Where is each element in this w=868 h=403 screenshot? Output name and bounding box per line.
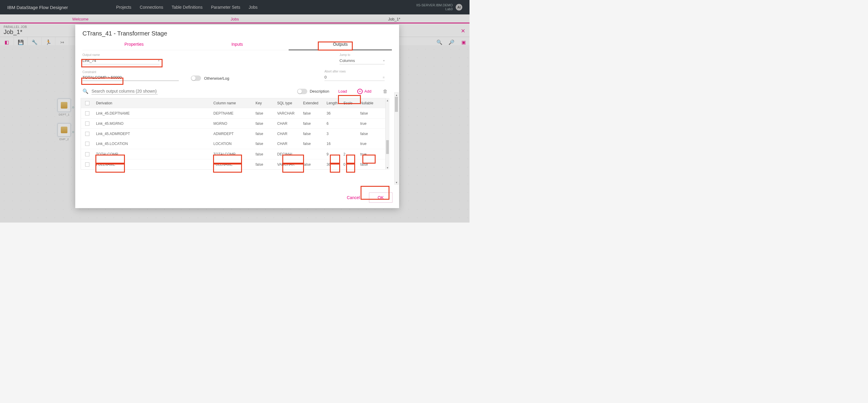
abort-label: Abort after rows <box>324 70 388 73</box>
cell-extended[interactable]: false <box>301 162 324 167</box>
dialog-scrollbar[interactable]: ▴ ▾ <box>394 92 399 184</box>
table-row[interactable]: Link_45.ADMRDEPTADMRDEPTfalseCHARfalse3f… <box>81 128 389 139</box>
col-header-length[interactable]: Length <box>324 101 341 105</box>
table-row[interactable]: FULLNAMEFULLNAMEfalseVARCHARfalse360fals… <box>81 159 389 169</box>
col-header-column[interactable]: Column name <box>211 101 253 105</box>
cell-length[interactable]: 9 <box>324 152 341 157</box>
cell-sql[interactable]: CHAR <box>275 122 301 126</box>
description-label: Description <box>310 89 329 94</box>
cancel-button[interactable]: Cancel <box>347 195 360 200</box>
cell-column[interactable]: LOCATION <box>211 142 253 146</box>
row-checkbox[interactable] <box>85 132 89 136</box>
table-row[interactable]: Link_45.MGRNOMGRNOfalseCHARfalse6true <box>81 118 389 128</box>
cell-length[interactable]: 6 <box>324 122 341 126</box>
cell-nullable[interactable]: true <box>358 152 375 157</box>
cell-sql[interactable]: CHAR <box>275 142 301 146</box>
output-name-select[interactable]: Link_74 ▾ <box>83 57 159 64</box>
col-header-key[interactable]: Key <box>253 101 275 105</box>
cell-derivation[interactable]: TOTALCOMP <box>94 152 211 157</box>
table-row[interactable]: TOTALCOMPTOTALCOMPfalseDECIMAL92true <box>81 149 389 159</box>
search-icon: 🔍 <box>83 89 89 94</box>
cell-extended[interactable]: false <box>301 122 324 126</box>
col-header-scale[interactable]: Scale <box>341 101 358 105</box>
output-name-label: Output name <box>83 53 161 57</box>
col-header-extended[interactable]: Extended <box>301 101 324 105</box>
row-checkbox[interactable] <box>85 142 89 146</box>
cell-column[interactable]: MGRNO <box>211 122 253 126</box>
row-checkbox[interactable] <box>85 111 89 115</box>
cell-key[interactable]: false <box>253 152 275 157</box>
transformer-stage-dialog: CTrans_41 - Transformer Stage Properties… <box>75 25 399 208</box>
cell-column[interactable]: FULLNAME <box>211 162 253 167</box>
row-checkbox[interactable] <box>85 152 89 157</box>
constraint-input[interactable]: TOTALCOMP > 50000 <box>83 74 179 81</box>
cell-scale[interactable]: 0 <box>341 162 358 167</box>
cell-key[interactable]: false <box>253 122 275 126</box>
cell-nullable[interactable]: true <box>358 142 375 146</box>
table-row[interactable]: Link_45.DEPTNAMEDEPTNAMEfalseVARCHARfals… <box>81 108 389 118</box>
cell-nullable[interactable]: false <box>358 162 375 167</box>
cell-extended[interactable]: false <box>301 142 324 146</box>
cell-derivation[interactable]: Link_45.LOCATION <box>94 142 211 146</box>
col-header-derivation[interactable]: Derivation <box>94 101 211 105</box>
cell-extended[interactable]: false <box>301 111 324 115</box>
dialog-title: CTrans_41 - Transformer Stage <box>75 25 399 39</box>
jumpto-label: Jump to <box>340 53 388 57</box>
trash-icon: 🗑 <box>383 89 388 94</box>
cell-column[interactable]: ADMRDEPT <box>211 132 253 136</box>
cell-derivation[interactable]: Link_45.ADMRDEPT <box>94 132 211 136</box>
cell-column[interactable]: TOTALCOMP <box>211 152 253 157</box>
cell-nullable[interactable]: true <box>358 122 375 126</box>
cell-length[interactable]: 36 <box>324 111 341 115</box>
select-all-checkbox[interactable] <box>85 101 89 105</box>
cell-sql[interactable]: VARCHAR <box>275 111 301 115</box>
otherwise-label: Otherwise/Log <box>204 76 229 80</box>
col-header-nullable[interactable]: Nullable <box>358 101 375 105</box>
ok-button[interactable]: OK <box>369 193 393 203</box>
cell-sql[interactable]: DECIMAL <box>275 152 301 157</box>
columns-table: Derivation Column name Key SQL type Exte… <box>81 98 390 170</box>
add-button[interactable]: + Add <box>357 89 371 94</box>
tab-inputs[interactable]: Inputs <box>186 39 289 50</box>
cell-length[interactable]: 36 <box>324 162 341 167</box>
cell-derivation[interactable]: Link_45.MGRNO <box>94 122 211 126</box>
otherwise-toggle[interactable] <box>191 75 201 81</box>
constraint-label: Constraint <box>83 70 182 74</box>
cell-scale[interactable]: 2 <box>341 152 358 157</box>
cell-derivation[interactable]: FULLNAME <box>94 162 211 167</box>
row-checkbox[interactable] <box>85 162 89 167</box>
cell-sql[interactable]: VARCHAR <box>275 162 301 167</box>
search-input[interactable] <box>92 88 158 94</box>
abort-input[interactable]: 0 ≡ <box>324 74 385 81</box>
cell-extended[interactable]: false <box>301 132 324 136</box>
cell-nullable[interactable]: false <box>358 111 375 115</box>
plus-icon: + <box>357 89 363 94</box>
dialog-tabs: Properties Inputs Outputs <box>75 39 399 50</box>
table-scrollbar[interactable]: ▴ ▾ <box>385 98 390 170</box>
stepper-icon[interactable]: ≡ <box>383 75 385 79</box>
tab-properties[interactable]: Properties <box>83 39 186 50</box>
tab-outputs[interactable]: Outputs <box>289 39 392 50</box>
cell-length[interactable]: 3 <box>324 132 341 136</box>
cell-key[interactable]: false <box>253 132 275 136</box>
cell-derivation[interactable]: Link_45.DEPTNAME <box>94 111 211 115</box>
cell-key[interactable]: false <box>253 142 275 146</box>
cell-key[interactable]: false <box>253 111 275 115</box>
cell-key[interactable]: false <box>253 162 275 167</box>
cell-nullable[interactable]: false <box>358 132 375 136</box>
cell-column[interactable]: DEPTNAME <box>211 111 253 115</box>
load-button[interactable]: Load <box>338 89 347 94</box>
chevron-down-icon: ▾ <box>158 59 159 62</box>
table-row[interactable]: Link_45.LOCATIONLOCATIONfalseCHARfalse16… <box>81 139 389 149</box>
jumpto-select[interactable]: Columns ▾ <box>340 57 385 64</box>
chevron-down-icon: ▾ <box>383 59 385 62</box>
dialog-footer: Cancel OK <box>75 188 399 208</box>
col-header-sql[interactable]: SQL type <box>275 101 301 105</box>
row-checkbox[interactable] <box>85 122 89 126</box>
description-toggle[interactable] <box>297 89 307 94</box>
cell-length[interactable]: 16 <box>324 142 341 146</box>
cell-sql[interactable]: CHAR <box>275 132 301 136</box>
